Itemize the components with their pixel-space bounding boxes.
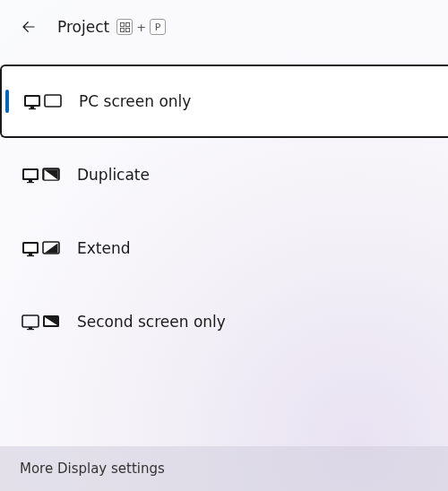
svg-rect-18: [24, 244, 37, 252]
svg-rect-22: [22, 315, 39, 327]
shortcut-plus: +: [136, 21, 146, 34]
windows-key-icon: [116, 19, 133, 35]
svg-rect-6: [30, 107, 34, 108]
svg-rect-8: [45, 95, 61, 107]
option-label: Second screen only: [77, 313, 226, 331]
option-duplicate[interactable]: Duplicate: [0, 138, 448, 211]
svg-rect-1: [125, 22, 129, 26]
svg-rect-0: [120, 22, 124, 26]
svg-rect-3: [125, 28, 129, 31]
option-pc-screen-only[interactable]: PC screen only: [0, 65, 448, 138]
more-display-settings[interactable]: More Display settings: [0, 446, 448, 491]
svg-rect-11: [29, 180, 32, 182]
svg-rect-23: [29, 327, 32, 329]
option-second-screen-only[interactable]: Second screen only: [0, 285, 448, 358]
extend-icon: [22, 237, 61, 259]
keyboard-shortcut-hint: + P: [116, 19, 166, 35]
option-label: Extend: [77, 239, 131, 257]
shortcut-p-key: P: [150, 19, 166, 35]
pc-screen-only-icon: [23, 90, 63, 112]
project-options: PC screen only Duplicate: [0, 65, 448, 358]
option-label: Duplicate: [77, 166, 150, 184]
svg-rect-20: [27, 255, 34, 256]
option-label: PC screen only: [79, 92, 191, 110]
svg-rect-10: [24, 170, 37, 178]
back-button[interactable]: [20, 18, 38, 36]
svg-rect-7: [29, 108, 36, 109]
arrow-left-icon: [21, 19, 37, 35]
duplicate-icon: [22, 164, 61, 185]
option-extend[interactable]: Extend: [0, 211, 448, 285]
svg-rect-12: [27, 182, 34, 183]
footer-label: More Display settings: [20, 461, 165, 477]
panel-title: Project: [57, 18, 109, 36]
title-row: Project + P: [57, 18, 166, 36]
svg-rect-5: [26, 97, 39, 105]
svg-rect-2: [120, 28, 124, 31]
svg-rect-19: [29, 254, 32, 255]
svg-rect-24: [27, 329, 34, 330]
second-screen-only-icon: [22, 311, 61, 332]
header: Project + P: [20, 18, 166, 36]
